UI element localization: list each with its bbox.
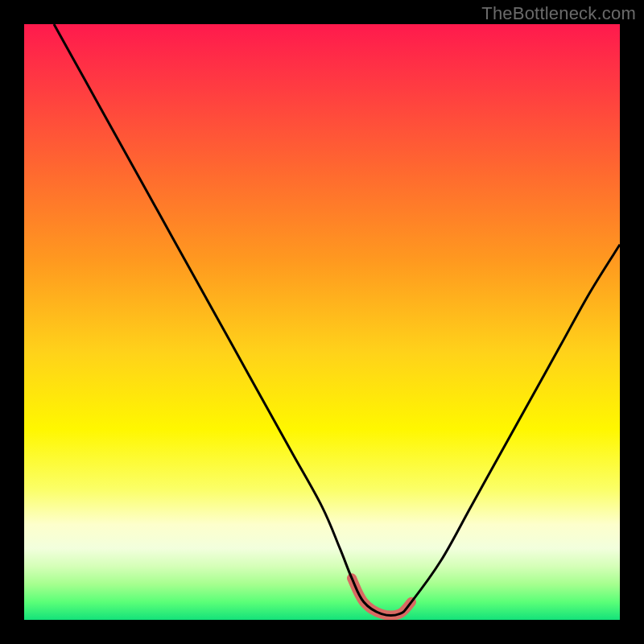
attribution-label: TheBottleneck.com	[481, 3, 636, 24]
plot-area	[24, 24, 620, 620]
bottleneck-chart	[24, 24, 620, 620]
gradient-background	[24, 24, 620, 620]
chart-frame: TheBottleneck.com	[0, 0, 644, 644]
